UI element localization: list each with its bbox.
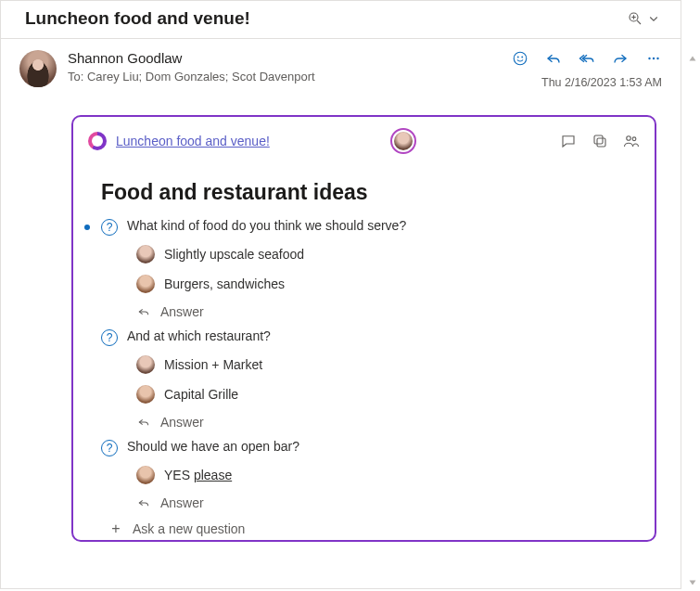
answer-avatar [136,245,155,263]
answer-avatar [136,355,155,374]
scroll-up-icon[interactable] [687,52,698,63]
reply-arrow-icon [136,415,151,430]
ask-question-label: Ask a new question [133,521,245,536]
svg-line-1 [637,20,641,24]
answer-action-row[interactable]: Answer [101,490,627,516]
message-timestamp: Thu 2/16/2023 1:53 AM [512,76,662,89]
subject-bar: Luncheon food and venue! [1,1,681,39]
recipients-list: Carey Liu; Dom Gonzales; Scot Davenport [87,70,315,84]
message-action-bar [512,50,662,67]
question-text: Should we have an open bar? [127,439,299,454]
answer-action-row[interactable]: Answer [101,299,627,325]
message-header: Shannon Goodlaw To: Carey Liu; Dom Gonza… [1,39,681,87]
answer-avatar [136,275,155,293]
answer-row[interactable]: Burgers, sandwiches [101,269,627,299]
question-row[interactable]: ?What kind of food do you think we shoul… [101,214,627,239]
question-mark-icon: ? [101,219,118,236]
more-actions-icon[interactable] [645,50,662,67]
answer-row[interactable]: Slightly upscale seafood [101,239,627,269]
avatar [394,132,413,150]
svg-rect-11 [594,135,603,144]
answer-avatar [136,385,155,404]
plus-icon: + [108,521,123,536]
svg-marker-15 [690,581,696,585]
answer-text: Capital Grille [164,387,238,402]
loop-component: Luncheon food and venue! Food and restau… [71,115,656,542]
answer-row[interactable]: Mission + Market [101,350,627,379]
svg-point-6 [522,57,523,58]
loop-body: Food and restaurant ideas ?What kind of … [73,158,655,542]
svg-point-4 [514,52,527,65]
loop-header: Luncheon food and venue! [73,117,655,158]
question-row[interactable]: ?Should we have an open bar? [101,435,627,460]
svg-point-5 [517,57,518,58]
react-icon[interactable] [512,50,528,67]
answer-text: Slightly upscale seafood [164,247,304,262]
answer-action-label: Answer [160,495,204,510]
question-mark-icon: ? [101,440,118,456]
answer-text: Burgers, sandwiches [164,276,285,291]
loop-heading: Food and restaurant ideas [101,180,627,205]
zoom-icon[interactable] [627,10,643,27]
answer-text: Mission + Market [164,357,262,372]
reply-arrow-icon [136,304,151,319]
scroll-down-icon[interactable] [687,576,698,587]
reply-all-icon[interactable] [579,50,595,67]
loop-logo-icon [88,132,107,150]
email-subject: Luncheon food and venue! [25,8,250,29]
svg-marker-14 [690,57,696,61]
answer-row[interactable]: YES please [101,460,627,490]
question-text: What kind of food do you think we should… [127,218,406,233]
svg-rect-10 [597,138,605,147]
loop-presence-avatar[interactable] [390,128,416,154]
loop-title-link[interactable]: Luncheon food and venue! [116,134,270,148]
reply-arrow-icon [136,495,151,510]
reply-icon[interactable] [545,50,562,67]
bullet-icon [84,225,90,230]
svg-point-7 [648,58,650,59]
sender-avatar [19,50,57,87]
comments-icon[interactable] [560,133,577,149]
ask-question-row[interactable]: + Ask a new question [101,516,627,542]
answer-text: YES please [164,468,232,482]
chevron-down-icon[interactable] [645,10,662,27]
copy-component-icon[interactable] [592,133,608,149]
question-text: And at which restaurant? [127,328,271,343]
forward-icon[interactable] [612,50,629,67]
svg-point-8 [653,58,655,59]
answer-action-row[interactable]: Answer [101,409,627,435]
to-label: To: [68,70,83,84]
answer-row[interactable]: Capital Grille [101,379,627,409]
answer-action-label: Answer [160,304,204,319]
svg-point-9 [656,58,658,59]
question-row[interactable]: ?And at which restaurant? [101,325,627,350]
answer-action-label: Answer [160,415,204,430]
svg-point-12 [627,136,631,141]
people-icon[interactable] [623,133,640,149]
question-mark-icon: ? [101,329,118,346]
svg-point-13 [632,137,636,141]
answer-avatar [136,466,155,484]
